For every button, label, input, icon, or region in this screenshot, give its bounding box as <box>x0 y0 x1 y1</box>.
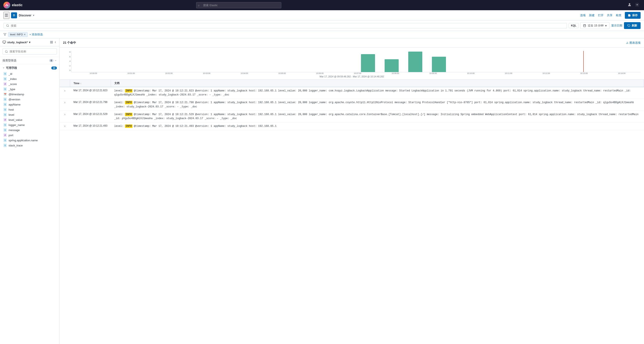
app-name: Discover <box>19 14 31 17</box>
field-search-input[interactable] <box>10 50 54 53</box>
table-row[interactable]: › Mar 17, 2024 @ 10:12:21.493 level: INF… <box>60 123 644 130</box>
svg-rect-18 <box>50 43 51 43</box>
field-item[interactable]: t message <box>2 127 57 133</box>
field-type-badge: t <box>4 77 7 81</box>
search-input[interactable] <box>11 24 564 27</box>
field-name: @version <box>8 98 20 101</box>
field-item[interactable]: t @version <box>2 97 57 102</box>
field-item[interactable]: # _score <box>2 81 57 87</box>
expand-button[interactable]: › <box>63 112 67 116</box>
x-label: 10:10:00 <box>452 72 490 74</box>
field-type-badge: t <box>4 139 7 142</box>
field-type-badge: # <box>4 82 7 86</box>
menu-button[interactable]: ☰ <box>4 12 9 19</box>
app-dropdown-arrow[interactable]: ▾ <box>33 14 34 17</box>
user-avatar-icon[interactable] <box>626 1 633 9</box>
field-item[interactable]: t logger_name <box>2 122 57 127</box>
global-search[interactable]: ⌕ <box>196 2 281 8</box>
expand-button[interactable]: › <box>63 89 67 93</box>
settings-icon[interactable] <box>634 1 640 9</box>
filter-bar: KQL 过去 15 分钟 ▾ 显示日期 刷新 <box>0 21 644 31</box>
time-picker[interactable]: 过去 15 分钟 ▾ <box>580 22 610 29</box>
time-marker-line <box>583 51 584 72</box>
field-item[interactable]: t _type <box>2 87 57 92</box>
expand-button[interactable]: › <box>63 124 67 128</box>
sidebar-toolbar <box>50 41 57 44</box>
field-item[interactable]: t level <box>2 112 57 117</box>
field-item[interactable]: t spring.application.name <box>2 138 57 143</box>
index-dropdown-arrow[interactable]: ▾ <box>29 41 30 44</box>
results-body: › Mar 17, 2024 @ 10:12:21.823 level: INF… <box>60 87 644 130</box>
x-label: 10:00:00 <box>74 72 112 74</box>
table-row[interactable]: › Mar 17, 2024 @ 10:12:21.798 level: INF… <box>60 99 644 111</box>
filter-chip-remove[interactable]: ✕ <box>24 33 26 36</box>
x-label: 10:05:00 <box>263 72 301 74</box>
svg-rect-12 <box>3 41 6 43</box>
chart-options-button[interactable]: 图表选项 <box>626 41 640 45</box>
histogram-chart: 8 6 4 2 0 10:00:0010:01:0010:02:0010:03:… <box>60 48 644 80</box>
new-button[interactable]: 新建 <box>589 14 594 17</box>
x-label: 10:07:00 <box>338 72 376 74</box>
grid-icon[interactable] <box>50 41 53 44</box>
share-button[interactable]: 共享 <box>607 14 612 17</box>
field-item[interactable]: t appName <box>2 102 57 107</box>
field-type-badge: t <box>4 128 7 132</box>
expand-cell[interactable]: › <box>60 87 70 99</box>
top-navigation: elastic ⌕ <box>0 0 644 10</box>
collapse-icon[interactable] <box>54 41 57 44</box>
field-search-wrap[interactable] <box>2 48 57 55</box>
options-button[interactable]: 选项 <box>580 14 586 17</box>
refresh-label: 刷新 <box>632 24 637 28</box>
field-item[interactable]: t host <box>2 107 57 112</box>
y-label-2: 2 <box>70 65 70 67</box>
refresh-button[interactable]: 刷新 <box>624 22 640 29</box>
expand-cell[interactable]: › <box>60 111 70 122</box>
field-item[interactable]: # port <box>2 133 57 138</box>
x-label: 10:08:00 <box>376 72 414 74</box>
filter-toggle-icon[interactable] <box>4 33 6 36</box>
field-item[interactable]: t stack_trace <box>2 143 57 148</box>
expand-cell[interactable]: › <box>60 99 70 111</box>
add-filter-button[interactable]: + 添加筛选 <box>30 33 43 37</box>
svg-rect-17 <box>52 43 52 43</box>
svg-point-1 <box>6 5 6 6</box>
type-filter[interactable]: 按类型筛选 0 <box>0 57 60 64</box>
y-label-6: 6 <box>70 56 70 58</box>
table-row[interactable]: › Mar 17, 2024 @ 10:12:21.823 level: INF… <box>60 87 644 99</box>
field-item[interactable]: # level_value <box>2 117 57 122</box>
sidebar-header: study_logback* ▾ <box>0 38 60 46</box>
expand-button[interactable]: › <box>63 100 67 104</box>
logo-icon <box>4 2 10 9</box>
table-row[interactable]: › Mar 17, 2024 @ 10:12:21.529 level: INF… <box>60 111 644 122</box>
field-item[interactable]: t _index <box>2 76 57 81</box>
filter-chip-label: level: INFO <box>10 33 23 36</box>
time-column-header[interactable]: Time ↓ <box>70 80 111 87</box>
field-item[interactable]: t _id <box>2 71 57 76</box>
field-type-badge: t <box>4 113 7 116</box>
search-wrap[interactable] <box>4 23 567 28</box>
kql-badge[interactable]: KQL <box>568 23 578 28</box>
global-search-input[interactable] <box>196 2 281 8</box>
results-table-container[interactable]: Time ↓ 文档 › Mar 17, 2024 @ 10:12:21.823 … <box>60 80 644 344</box>
save-button[interactable]: 保存 <box>625 12 640 19</box>
expand-cell[interactable]: › <box>60 123 70 130</box>
field-type-badge: # <box>4 118 7 122</box>
field-search <box>0 46 60 57</box>
fields-header[interactable]: 可用字段 16 <box>2 66 57 70</box>
svg-rect-15 <box>50 41 51 42</box>
time-cell: Mar 17, 2024 @ 10:12:21.798 <box>70 99 111 111</box>
index-selector[interactable]: study_logback* ▾ <box>2 41 48 44</box>
filter-chip-level-info[interactable]: level: INFO ✕ <box>8 32 28 37</box>
field-item[interactable]: 📅 @timestamp <box>2 92 57 97</box>
elastic-text: elastic <box>12 3 22 7</box>
chart-x-axis: 10:00:0010:01:0010:02:0010:03:0010:04:00… <box>74 72 640 74</box>
show-date-button[interactable]: 显示日期 <box>611 24 622 28</box>
chart-icon <box>626 41 629 44</box>
elastic-logo[interactable]: elastic <box>4 2 22 9</box>
calendar-icon <box>583 24 586 27</box>
inspect-button[interactable]: 检查 <box>616 14 622 17</box>
open-button[interactable]: 打开 <box>598 14 604 17</box>
x-label: 10:03:00 <box>188 72 226 74</box>
bar-group <box>427 57 451 72</box>
x-label: 10:14:00 <box>603 72 640 74</box>
